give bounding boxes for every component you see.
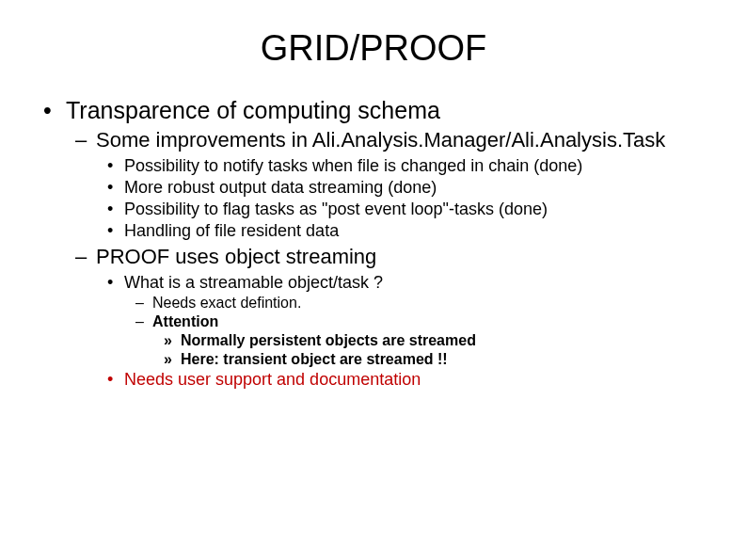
- bullet-lvl1: Transparence of computing schema Some im…: [38, 97, 709, 390]
- bullet-text: Here: transient object are streamed !!: [181, 351, 448, 367]
- bullet-text: Handling of file resident data: [124, 221, 339, 240]
- bullet-lvl3: Possibility to flag tasks as "post event…: [96, 200, 709, 219]
- bullet-text: More robust output data streaming (done): [124, 178, 437, 197]
- bullet-text: Possibility to flag tasks as "post event…: [124, 200, 548, 218]
- bullet-list: Transparence of computing schema Some im…: [38, 97, 709, 390]
- bullet-lvl4: Needs exact defintion.: [124, 295, 709, 312]
- bullet-lvl4: Attention Normally persistent objects ar…: [124, 313, 709, 368]
- bullet-text: Some improvements in Ali.Analysis.Manage…: [96, 128, 665, 152]
- slide-title: GRID/PROOF: [38, 28, 709, 69]
- bullet-text: PROOF uses object streaming: [96, 245, 376, 268]
- bullet-lvl3: Possibility to notify tasks when file is…: [96, 156, 709, 176]
- bullet-text: Normally persistent objects are streamed: [181, 332, 476, 348]
- bullet-lvl5: Here: transient object are streamed !!: [152, 351, 709, 368]
- bullet-text: Attention: [152, 313, 218, 329]
- bullet-text: Needs user support and documentation: [124, 370, 421, 389]
- bullet-lvl3-highlight: Needs user support and documentation: [96, 370, 709, 390]
- bullet-lvl2: PROOF uses object streaming What is a st…: [66, 245, 709, 390]
- bullet-text: Possibility to notify tasks when file is…: [124, 156, 582, 175]
- bullet-lvl3: More robust output data streaming (done): [96, 178, 709, 198]
- bullet-text: Needs exact defintion.: [152, 295, 301, 311]
- bullet-text: Transparence of computing schema: [66, 97, 440, 123]
- bullet-text: What is a streamable object/task ?: [124, 273, 383, 292]
- bullet-lvl2: Some improvements in Ali.Analysis.Manage…: [66, 128, 709, 241]
- bullet-lvl3: Handling of file resident data: [96, 221, 709, 241]
- bullet-lvl5: Normally persistent objects are streamed: [152, 332, 709, 349]
- slide: GRID/PROOF Transparence of computing sch…: [0, 0, 747, 560]
- bullet-lvl3: What is a streamable object/task ? Needs…: [96, 273, 709, 368]
